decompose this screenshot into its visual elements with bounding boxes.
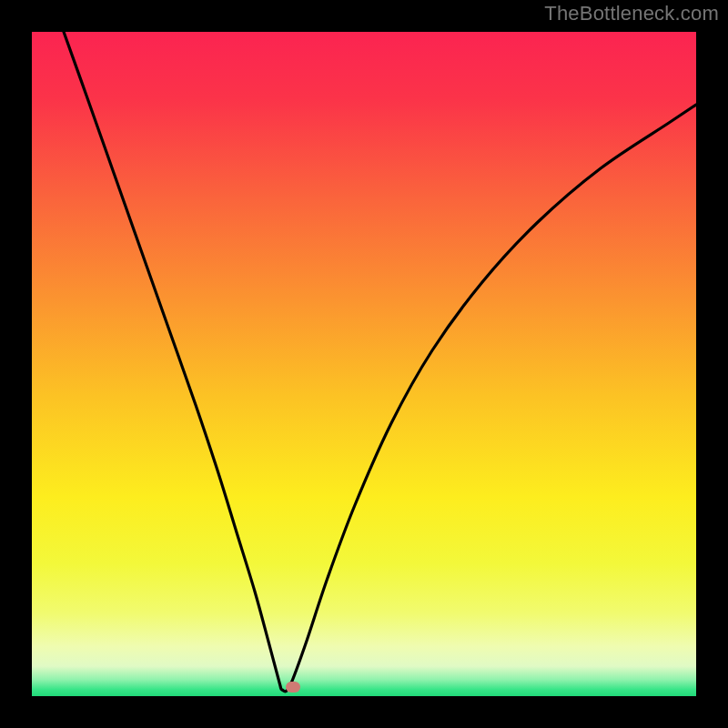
optimal-point-marker: [286, 682, 300, 693]
watermark-text: TheBottleneck.com: [544, 2, 719, 25]
plot-area: [32, 32, 696, 696]
chart-frame: TheBottleneck.com: [0, 0, 728, 728]
bottleneck-curve: [32, 32, 696, 696]
